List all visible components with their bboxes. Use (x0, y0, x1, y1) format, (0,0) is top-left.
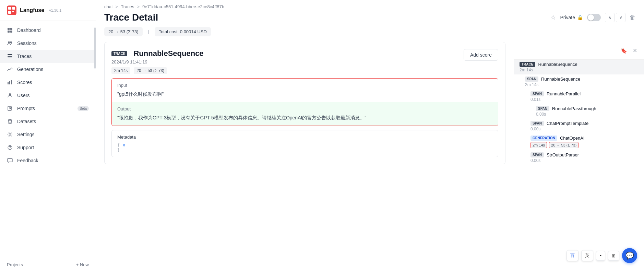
settings-icon (7, 131, 13, 138)
tree-node-span4-header: SPAN ChatPromptTemplate (530, 121, 639, 126)
tree-node-span1[interactable]: SPAN RunnableSequence 2m 14s (514, 74, 644, 89)
json-arrow: ∨ (123, 142, 126, 148)
users-icon (7, 92, 13, 98)
tree-badge-span2: SPAN (530, 91, 544, 96)
sidebar-item-users-label: Users (17, 93, 89, 98)
sidebar-item-users[interactable]: Users (0, 89, 96, 102)
tree-node-span5-header: SPAN StrOutputParser (530, 152, 639, 157)
sidebar-item-settings-label: Settings (17, 132, 89, 137)
tree-node-span3-time: 0.00s (536, 112, 639, 117)
tree-bookmark-button[interactable]: 🔖 (619, 46, 629, 55)
sidebar-scrollbar[interactable] (94, 0, 96, 270)
tree-node-span5[interactable]: SPAN StrOutputParser 0.00s (514, 150, 644, 165)
tree-node-span5-time: 0.00s (530, 158, 639, 163)
tree-node-gen1-header: GENERATION ChatOpenAI (530, 136, 639, 141)
float-badge-1[interactable]: 百 (567, 250, 579, 261)
trace-card-title-area: TRACE RunnableSequence 2024/1/9 11:41:19… (111, 49, 204, 74)
sessions-icon (7, 40, 13, 46)
tree-badge-span4: SPAN (530, 121, 544, 126)
svg-rect-7 (8, 31, 10, 33)
tree-node-span4[interactable]: SPAN ChatPromptTemplate 0.00s (514, 119, 644, 133)
svg-point-17 (9, 93, 11, 95)
svg-rect-12 (8, 56, 12, 57)
datasets-icon (7, 118, 13, 125)
tree-node-span3-header: SPAN RunnablePassthrough (536, 106, 639, 111)
sidebar-item-prompts[interactable]: Prompts Beta (0, 102, 96, 115)
tree-node-gen1[interactable]: GENERATION ChatOpenAI 2m 14s 20 → 53 (Σ … (514, 133, 644, 150)
tree-node-span2-header: SPAN RunnableParallel (530, 91, 639, 96)
page-header: Trace Detail ☆ Private 🔒 ∧ ∨ 🗑 (96, 9, 644, 27)
sidebar-item-scores[interactable]: Scores (0, 76, 96, 89)
tree-node-span2[interactable]: SPAN RunnableParallel 0.01s (514, 89, 644, 104)
trace-tokens: 20 → 53 (Σ 73) (134, 67, 167, 74)
svg-rect-11 (8, 54, 12, 55)
private-label: Private 🔒 (560, 15, 583, 20)
tree-node-span1-header: SPAN RunnableSequence (525, 77, 639, 82)
breadcrumb-trace-id: 9e71ddaa-c551-4994-bbee-e2ce8c4ff87b (142, 4, 224, 9)
stats-row: 20 → 53 (Σ 73) | Total cost: 0.00014 USD (96, 27, 644, 42)
tree-close-button[interactable]: ✕ (631, 46, 639, 55)
float-badge-2[interactable]: 英 (581, 250, 593, 261)
json-open: { (117, 142, 120, 148)
support-icon (7, 144, 13, 151)
tree-node-root[interactable]: TRACE RunnableSequence 2m 14s (514, 60, 644, 74)
output-text: "很抱歉，我作为GPT-3模型，没有关于GPT-5模型发布的具体信息。请继续关注… (117, 114, 492, 121)
delete-button[interactable]: 🗑 (630, 14, 636, 21)
breadcrumb-chat[interactable]: chat (104, 4, 113, 9)
chat-bubble-button[interactable]: 💬 (622, 248, 637, 263)
tree-node-span2-time: 0.01s (530, 97, 639, 102)
new-project-button[interactable]: + New (76, 262, 89, 267)
cost-stat-value: Total cost: 0.00014 USD (159, 29, 207, 34)
sidebar-item-dashboard[interactable]: Dashboard (0, 24, 96, 37)
trace-card: TRACE RunnableSequence 2024/1/9 11:41:19… (104, 42, 505, 164)
private-text: Private (560, 15, 575, 20)
sidebar-item-datasets[interactable]: Datasets (0, 115, 96, 128)
breadcrumb-sep-2: > (137, 4, 140, 9)
sidebar-item-generations[interactable]: Generations (0, 63, 96, 76)
nav-arrows: ∧ ∨ (605, 13, 625, 22)
tree-node-span4-time: 0.00s (530, 127, 639, 131)
prev-button[interactable]: ∧ (605, 13, 615, 22)
content-area: TRACE RunnableSequence 2024/1/9 11:41:19… (96, 42, 644, 270)
svg-rect-16 (11, 80, 12, 84)
trace-stats: 2m 14s 20 → 53 (Σ 73) (111, 67, 204, 74)
sidebar-item-datasets-label: Datasets (17, 119, 89, 124)
next-button[interactable]: ∨ (616, 13, 625, 22)
svg-rect-3 (8, 11, 11, 14)
tree-node-span5-name: StrOutputParser (547, 152, 579, 157)
sidebar-item-traces-label: Traces (17, 54, 89, 59)
sidebar-item-settings[interactable]: Settings (0, 128, 96, 141)
sidebar-item-sessions-label: Sessions (17, 40, 89, 46)
tree-badge-span5: SPAN (530, 152, 544, 157)
breadcrumb-traces[interactable]: Traces (121, 4, 134, 9)
page-title: Trace Detail (104, 12, 158, 23)
lock-icon: 🔒 (577, 15, 583, 20)
trace-type-badge: TRACE (111, 51, 127, 56)
token-stat: 20 → 53 (Σ 73) (104, 27, 143, 36)
tree-node-span4-name: ChatPromptTemplate (547, 121, 588, 126)
sidebar-item-traces[interactable]: Traces (0, 50, 96, 63)
tree-node-span3[interactable]: SPAN RunnablePassthrough 0.00s (514, 104, 644, 119)
prompts-beta-badge: Beta (77, 106, 89, 111)
add-score-button[interactable]: Add score (464, 49, 498, 61)
input-section: Input "gpt5什么时候发布啊" (112, 79, 498, 102)
sidebar-item-prompts-label: Prompts (17, 106, 73, 111)
sidebar-item-support[interactable]: Support (0, 141, 96, 154)
trace-name: RunnableSequence (133, 49, 203, 58)
float-badges: 百 英 • ⊞ 💬 (567, 248, 637, 263)
tree-badge-trace-root: TRACE (520, 62, 535, 67)
star-button[interactable]: ☆ (550, 14, 556, 21)
float-badge-3[interactable]: • (596, 251, 605, 261)
svg-rect-0 (7, 5, 16, 15)
float-badge-4[interactable]: ⊞ (608, 251, 619, 261)
io-section: Input "gpt5什么时候发布啊" Output "很抱歉，我作为GPT-3… (111, 78, 498, 126)
toggle-knob (588, 14, 594, 21)
sidebar-item-sessions[interactable]: Sessions (0, 37, 96, 50)
svg-rect-25 (8, 159, 12, 162)
svg-rect-8 (10, 31, 12, 33)
sidebar-item-feedback[interactable]: Feedback (0, 154, 96, 167)
app-name: Langfuse (20, 7, 44, 13)
output-label: Output (117, 106, 492, 111)
tree-node-gen1-stats: 2m 14s 20 → 53 (Σ 73) (530, 142, 639, 148)
private-toggle[interactable] (587, 14, 601, 21)
